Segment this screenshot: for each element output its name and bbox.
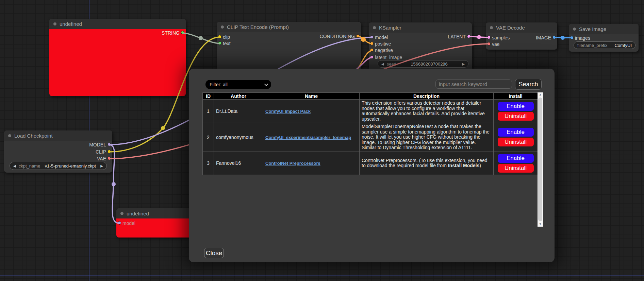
chevron-down-icon	[264, 82, 268, 86]
node-title-bar[interactable]: Load Checkpoint	[4, 130, 112, 141]
cell-name: ControlNet Preprocessors	[263, 152, 360, 175]
node-title-bar[interactable]: VAE Decode	[486, 22, 557, 33]
ckpt-next-icon[interactable]: ▶	[100, 164, 103, 168]
ckpt-prev-icon[interactable]: ◀	[13, 164, 16, 168]
search-input[interactable]	[435, 80, 512, 89]
cell-author: Fannovel16	[214, 152, 263, 175]
enable-button[interactable]: Enable	[498, 128, 534, 137]
input-port-negative: negative	[369, 47, 426, 53]
output-port-image: IMAGE	[486, 34, 557, 41]
scroll-down-icon[interactable]: ▼	[538, 222, 543, 227]
cell-id: 1	[203, 100, 214, 123]
node-title-bar[interactable]: undefined	[49, 19, 186, 29]
collapse-dot-icon[interactable]	[53, 22, 56, 25]
search-button[interactable]: Search	[515, 79, 542, 90]
header-install: Install	[494, 93, 538, 100]
node-undefined-string[interactable]: undefined STRING	[49, 19, 186, 96]
uninstall-button[interactable]: Uninstall	[498, 164, 534, 173]
node-title-bar[interactable]: CLIP Text Encode (Prompt)	[217, 22, 361, 32]
port-dot-text[interactable]	[218, 41, 221, 45]
port-label: positive	[375, 41, 391, 47]
port-label: latent_image	[375, 55, 402, 60]
port-dot-clip-out[interactable]	[108, 150, 111, 153]
extension-link[interactable]: ComfyUI_experiments/sampler_tonemap	[265, 135, 351, 140]
wire-dot-clip[interactable]	[161, 126, 165, 130]
filter-selected-value: Filter: all	[210, 82, 228, 87]
table-row: 2comfyanonymousComfyUI_experiments/sampl…	[203, 123, 538, 152]
node-save-image[interactable]: Save Image images filename_prefix ComfyU…	[569, 24, 639, 52]
cell-id: 3	[203, 152, 214, 175]
extension-manager-dialog: Filter: all Search ID Author Name Descri…	[189, 69, 555, 262]
seed-decrement-icon[interactable]: ◀	[381, 62, 384, 66]
output-port-conditioning: CONDITIONING	[217, 33, 361, 39]
cell-description: ControlNet Preprocessors. (To use this e…	[360, 152, 494, 175]
node-title: undefined	[60, 21, 82, 27]
node-vae-decode[interactable]: VAE Decode samples vae IMAGE	[486, 22, 557, 50]
cell-id: 2	[203, 123, 214, 152]
extensions-table-container: ID Author Name Description Install 1Dr.L…	[202, 92, 543, 227]
scrollbar-thumb[interactable]	[538, 98, 542, 221]
filter-dropdown[interactable]: Filter: all	[205, 80, 271, 89]
wire-string-to-text	[183, 33, 220, 43]
wire-dot-latent[interactable]	[477, 35, 481, 39]
header-id: ID	[203, 93, 214, 100]
output-port-string: STRING	[49, 30, 186, 36]
collapse-dot-icon[interactable]	[490, 26, 493, 29]
collapse-dot-icon[interactable]	[573, 28, 576, 31]
port-dot-latent-image[interactable]	[370, 55, 374, 59]
input-port-text: text	[217, 40, 289, 47]
enable-button[interactable]: Enable	[498, 102, 534, 111]
port-dot-vae[interactable]	[487, 42, 491, 46]
uninstall-button[interactable]: Uninstall	[498, 138, 534, 146]
input-port-model: model	[116, 220, 174, 226]
filename-prefix-widget[interactable]: filename_prefix ComfyUI	[574, 41, 635, 49]
port-dot-positive[interactable]	[370, 42, 374, 45]
port-dot-image[interactable]	[552, 36, 556, 39]
table-header-row: ID Author Name Description Install	[203, 93, 538, 100]
input-port-positive: positive	[369, 40, 426, 47]
extension-link[interactable]: ComfyUI Impact Pack	[265, 109, 311, 114]
port-dot-string[interactable]	[181, 31, 184, 34]
wire-dot-model[interactable]	[112, 182, 116, 186]
port-dot-conditioning[interactable]	[356, 34, 360, 38]
node-title-bar[interactable]: KSampler	[369, 22, 472, 33]
port-label: images	[575, 35, 590, 41]
wire-dot-string[interactable]	[199, 36, 203, 40]
cell-description: This extension offers various detector n…	[360, 100, 494, 123]
port-dot-model-out[interactable]	[108, 143, 111, 146]
ckpt-name-widget[interactable]: ◀ ckpt_name v1-5-pruned-emaonly.ckpt ▶	[10, 162, 107, 170]
scroll-up-icon[interactable]: ▲	[538, 92, 543, 97]
node-title-bar[interactable]: Save Image	[569, 24, 639, 34]
node-load-checkpoint[interactable]: Load Checkpoint MODEL CLIP VAE ◀ ckpt_na…	[4, 130, 112, 173]
port-dot-latent[interactable]	[467, 35, 470, 38]
output-port-model: MODEL	[4, 141, 112, 148]
collapse-dot-icon[interactable]	[120, 212, 123, 215]
widget-label: ckpt_name	[19, 163, 40, 169]
table-row: 3Fannovel16ControlNet PreprocessorsContr…	[203, 152, 538, 175]
collapse-dot-icon[interactable]	[8, 134, 11, 137]
node-ksampler[interactable]: KSampler model positive negative latent_…	[369, 22, 472, 72]
port-dot-vae-out[interactable]	[108, 157, 111, 160]
widget-value: ComfyUI	[614, 43, 632, 48]
seed-increment-icon[interactable]: ▶	[462, 62, 465, 66]
uninstall-button[interactable]: Uninstall	[498, 112, 534, 121]
widget-label: filename_prefix	[577, 43, 607, 48]
port-dot-negative[interactable]	[370, 48, 374, 52]
port-dot-model[interactable]	[118, 221, 121, 225]
input-port-vae: vae	[486, 41, 525, 47]
wire-dot-image[interactable]	[561, 36, 565, 40]
enable-button[interactable]: Enable	[498, 154, 534, 163]
cell-name: ComfyUI_experiments/sampler_tonemap	[263, 123, 360, 152]
seed-widget[interactable]: ◀ seed 156680208700286 ▶	[378, 60, 468, 68]
header-name: Name	[263, 93, 360, 100]
port-dot-images[interactable]	[570, 36, 574, 39]
wire-dot-conditioning[interactable]	[361, 37, 366, 42]
collapse-dot-icon[interactable]	[221, 25, 224, 29]
close-button[interactable]: Close	[204, 248, 224, 258]
extension-link[interactable]: ControlNet Preprocessors	[265, 161, 320, 166]
table-scrollbar[interactable]: ▲ ▼	[538, 92, 543, 227]
collapse-dot-icon[interactable]	[373, 26, 376, 29]
port-label: STRING	[162, 30, 180, 36]
output-port-latent: LATENT	[369, 33, 472, 40]
node-graph-canvas[interactable]: undefined STRING CLIP Text Encode (Promp…	[0, 0, 644, 281]
